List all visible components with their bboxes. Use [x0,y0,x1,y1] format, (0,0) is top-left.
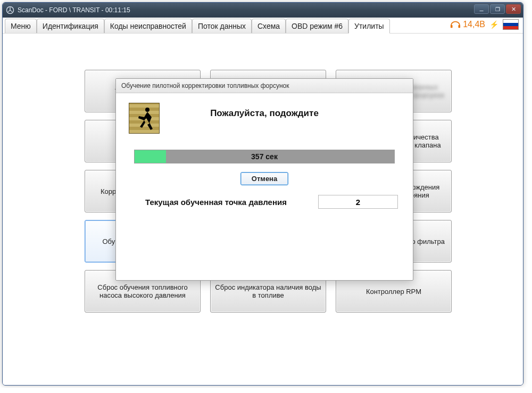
flag-russia-icon [503,19,519,30]
phone-icon [450,20,461,29]
param-row: Текущая обученная точка давления 2 [127,195,402,209]
svg-rect-5 [459,25,461,28]
tab-dtc[interactable]: Коды неисправностей [104,19,192,33]
app-window: ScanDoc - FORD \ TRANSIT - 00:11:15 Меню… [2,2,523,386]
plug-icon: ⚡ [489,20,498,29]
close-button[interactable] [506,4,521,14]
cancel-button[interactable]: Отмена [240,172,288,185]
content-area: Тест охлаждения Сброс программированных … [3,34,523,385]
dialog-title: Обучение пилотной корректировки топливны… [116,79,413,93]
minimize-button[interactable] [474,4,489,14]
tab-obdmode6[interactable]: OBD режим #6 [286,19,348,33]
svg-line-1 [9,10,11,12]
app-icon [6,6,14,14]
svg-line-2 [10,10,12,12]
tabbar: Меню Идентификация Коды неисправностей П… [3,18,523,34]
wait-row: Пожалуйста, подождите [127,101,402,137]
window-controls [474,4,521,14]
voltage-value: 14,4B [463,20,485,29]
wait-dialog: Обучение пилотной корректировки топливны… [115,78,413,281]
voltage-indicator: 14,4B [450,20,485,29]
svg-rect-4 [451,25,453,28]
tab-identification[interactable]: Идентификация [37,19,104,33]
param-label: Текущая обученная точка давления [127,198,305,207]
progress-label: 357 сек [135,150,394,163]
window-title: ScanDoc - FORD \ TRANSIT - 00:11:15 [18,6,130,14]
tab-menu[interactable]: Меню [5,19,37,33]
wait-text: Пожалуйста, подождите [127,101,402,119]
cancel-row: Отмена [127,172,402,185]
titlebar: ScanDoc - FORD \ TRANSIT - 00:11:15 [3,3,523,18]
dialog-body: Пожалуйста, подождите 357 сек Отмена Тек… [116,93,413,213]
tab-utilities[interactable]: Утилиты [348,19,390,34]
status-bar-right: 14,4B ⚡ [450,19,519,30]
progress-wrap: 357 сек [134,150,395,163]
progress-bar: 357 сек [134,150,395,163]
maximize-button[interactable] [490,4,505,14]
tab-schematic[interactable]: Схема [252,19,286,33]
param-value: 2 [318,195,398,209]
tab-dataflow[interactable]: Поток данных [192,19,252,33]
running-man-icon [129,103,160,134]
svg-point-6 [145,108,149,112]
